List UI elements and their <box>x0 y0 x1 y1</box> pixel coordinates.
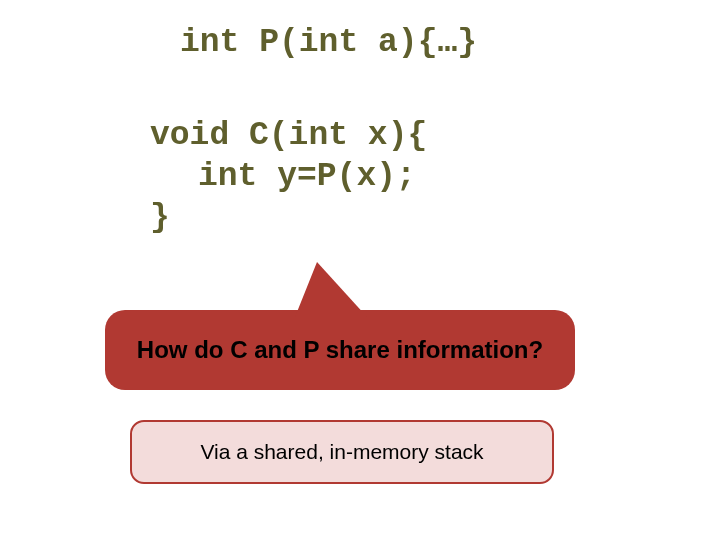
answer-text: Via a shared, in-memory stack <box>200 440 483 464</box>
question-callout: How do C and P share information? <box>105 310 575 390</box>
code-line-c-body: int y=P(x); <box>198 156 416 197</box>
question-text: How do C and P share information? <box>137 336 543 364</box>
code-line-c-open: void C(int x){ <box>150 115 427 156</box>
answer-box: Via a shared, in-memory stack <box>130 420 554 484</box>
code-line-p-decl: int P(int a){…} <box>180 22 477 63</box>
code-line-c-close: } <box>150 197 170 238</box>
